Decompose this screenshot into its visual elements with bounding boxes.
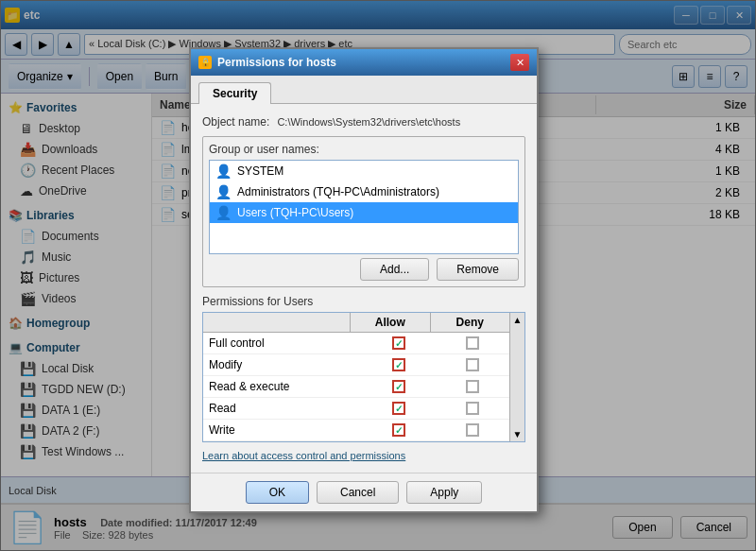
perm-name-header [203,313,351,332]
perm-row-read-execute: Read & execute [203,376,509,398]
full-control-allow-checkbox[interactable] [392,336,405,350]
full-control-deny-checkbox[interactable] [466,336,479,350]
scroll-down-arrow[interactable]: ▼ [513,429,523,439]
read-execute-deny-checkbox[interactable] [466,380,479,393]
permissions-table: Allow Deny Full control [203,313,509,441]
read-deny-checkbox[interactable] [466,402,479,415]
group-user-box: Group or user names: 👤 SYSTEM 👤 Administ… [202,136,525,287]
write-deny-cell [436,423,509,437]
learn-link[interactable]: Learn about access control and permissio… [202,450,525,461]
read-execute-allow-checkbox[interactable] [392,380,405,393]
dialog-title-icon: 🔒 [198,56,212,69]
permissions-title: Permissions for Users [202,295,525,308]
dialog-main-buttons: OK Cancel Apply [191,473,537,511]
modify-allow-checkbox[interactable] [392,358,405,371]
permissions-table-header: Allow Deny [203,313,509,333]
perm-row-read: Read [203,398,509,420]
dialog-tabs: Security [191,76,537,104]
group-box-title: Group or user names: [209,143,519,156]
object-name-value: C:\Windows\System32\drivers\etc\hosts [277,116,460,128]
dialog-title-text: 🔒 Permissions for hosts [198,56,336,69]
dialog-overlay: 🔒 Permissions for hosts ✕ Security Objec… [0,0,756,551]
allow-column-header: Allow [351,313,431,332]
add-button[interactable]: Add... [360,258,429,281]
full-control-allow-cell [362,336,436,350]
read-execute-deny-cell [436,380,509,393]
dialog-title-bar: 🔒 Permissions for hosts ✕ [191,49,537,76]
deny-column-header: Deny [431,313,510,332]
user-item-system[interactable]: 👤 SYSTEM [210,161,518,181]
permissions-section: Permissions for Users Allow Deny Full co… [202,295,525,442]
admin-user-icon: 👤 [215,184,232,199]
dialog-apply-button[interactable]: Apply [406,481,482,504]
full-control-deny-cell [436,336,509,350]
scroll-up-arrow[interactable]: ▲ [513,315,523,325]
system-user-icon: 👤 [215,164,232,179]
write-allow-cell [362,423,436,437]
add-remove-btn-row: Add... Remove [209,258,519,281]
object-name-row: Object name: C:\Windows\System32\drivers… [202,115,525,129]
read-execute-allow-cell [362,380,436,393]
read-allow-checkbox[interactable] [392,402,405,415]
modify-deny-checkbox[interactable] [466,358,479,371]
user-item-users[interactable]: 👤 Users (TQH-PC\Users) → [210,202,518,223]
remove-button[interactable]: Remove [437,258,519,281]
dialog-body: Object name: C:\Windows\System32\drivers… [191,104,537,473]
modify-allow-cell [362,358,436,371]
write-allow-checkbox[interactable] [392,423,405,437]
perm-row-modify: Modify [203,354,509,376]
security-tab[interactable]: Security [198,82,271,104]
perm-row-write: Write [203,420,509,441]
perm-row-full-control: Full control [203,333,509,354]
modify-deny-cell [436,358,509,371]
read-allow-cell [362,402,436,415]
write-deny-checkbox[interactable] [466,423,479,437]
read-deny-cell [436,402,509,415]
user-list[interactable]: 👤 SYSTEM 👤 Administrators (TQH-PC\Admini… [209,160,519,254]
object-name-label: Object name: [202,115,269,129]
users-user-icon: 👤 [215,205,232,220]
permissions-dialog: 🔒 Permissions for hosts ✕ Security Objec… [189,47,539,513]
dialog-close-button[interactable]: ✕ [510,54,529,71]
dialog-cancel-button[interactable]: Cancel [317,481,399,504]
user-item-administrators[interactable]: 👤 Administrators (TQH-PC\Administrators) [210,181,518,202]
permissions-scrollbar: ▲ ▼ [509,313,524,441]
dialog-ok-button[interactable]: OK [246,481,309,504]
